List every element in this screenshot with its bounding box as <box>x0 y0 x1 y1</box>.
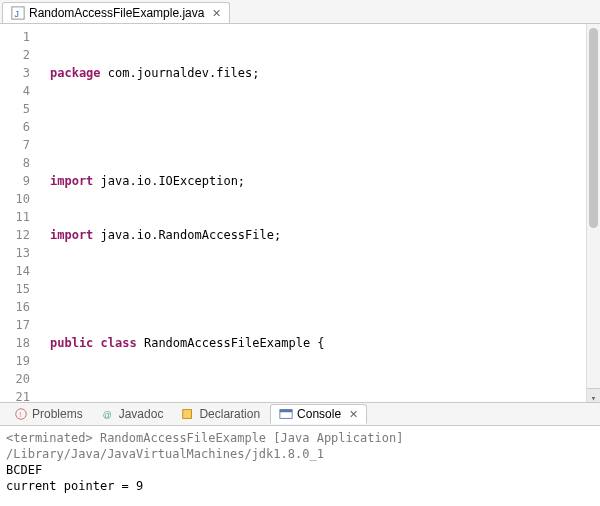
editor-scrollbar[interactable]: ▾ <box>586 24 600 402</box>
console-launch-header: <terminated> RandomAccessFileExample [Ja… <box>6 430 594 462</box>
editor-tab-bar: J RandomAccessFileExample.java ✕ <box>0 0 600 24</box>
svg-text:@: @ <box>102 410 111 420</box>
code-area[interactable]: package com.journaldev.files; import jav… <box>36 24 600 402</box>
tab-problems[interactable]: ! Problems <box>6 405 91 423</box>
svg-rect-7 <box>280 410 292 413</box>
code-editor[interactable]: 1 2 3 4 5 6 7 8 9 10 11 12 13 14 15 16 1… <box>0 24 600 402</box>
tab-javadoc[interactable]: @ Javadoc <box>93 405 172 423</box>
console-output-line: current pointer = 9 <box>6 478 594 494</box>
declaration-icon <box>181 407 195 421</box>
tab-declaration[interactable]: Declaration <box>173 405 268 423</box>
tab-label: Declaration <box>199 407 260 421</box>
scroll-down-icon[interactable]: ▾ <box>587 388 600 402</box>
svg-text:!: ! <box>19 411 21 418</box>
java-file-icon: J <box>11 6 25 20</box>
tab-console[interactable]: Console ✕ <box>270 404 367 424</box>
bottom-tab-bar: ! Problems @ Javadoc Declaration Console… <box>0 402 600 426</box>
tab-label: Problems <box>32 407 83 421</box>
svg-rect-5 <box>183 410 192 419</box>
svg-text:J: J <box>15 9 19 19</box>
editor-tab-title: RandomAccessFileExample.java <box>29 6 204 20</box>
javadoc-icon: @ <box>101 407 115 421</box>
close-icon[interactable]: ✕ <box>212 7 221 20</box>
line-number-gutter: 1 2 3 4 5 6 7 8 9 10 11 12 13 14 15 16 1… <box>0 24 36 402</box>
tab-label: Console <box>297 407 341 421</box>
console-icon <box>279 407 293 421</box>
console-output-line: BCDEF <box>6 462 594 478</box>
close-icon[interactable]: ✕ <box>349 408 358 421</box>
problems-icon: ! <box>14 407 28 421</box>
editor-tab[interactable]: J RandomAccessFileExample.java ✕ <box>2 2 230 23</box>
scrollbar-thumb[interactable] <box>589 28 598 228</box>
tab-label: Javadoc <box>119 407 164 421</box>
console-view[interactable]: <terminated> RandomAccessFileExample [Ja… <box>0 426 600 506</box>
